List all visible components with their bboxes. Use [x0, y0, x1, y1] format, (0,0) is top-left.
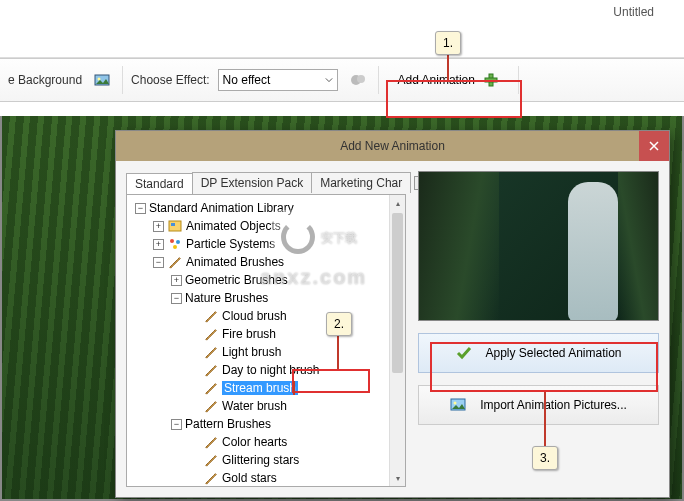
particles-icon	[167, 236, 183, 252]
collapse-icon[interactable]: −	[153, 257, 164, 268]
import-animation-pictures-button[interactable]: Import Animation Pictures...	[418, 385, 659, 425]
expand-icon[interactable]: +	[153, 239, 164, 250]
brush-icon	[203, 380, 219, 396]
toolbar-separator	[378, 66, 379, 94]
brush-icon	[203, 452, 219, 468]
tree-animated-brushes[interactable]: −Animated Brushes	[131, 253, 401, 271]
svg-point-3	[357, 75, 365, 83]
dialog-close-button[interactable]	[639, 131, 669, 161]
toolbar-separator	[518, 66, 519, 94]
close-icon	[649, 141, 659, 151]
collapse-icon[interactable]: −	[171, 293, 182, 304]
tree-particle-systems[interactable]: +Particle Systems	[131, 235, 401, 253]
tree-water-brush[interactable]: Water brush	[131, 397, 401, 415]
background-label: e Background	[8, 73, 82, 87]
toolbar-separator	[122, 66, 123, 94]
apply-button-label: Apply Selected Animation	[485, 346, 621, 360]
brush-icon	[203, 308, 219, 324]
tree-gold-stars[interactable]: Gold stars	[131, 469, 401, 487]
dialog-title: Add New Animation	[340, 139, 445, 153]
tree-root[interactable]: −Standard Animation Library	[131, 199, 401, 217]
svg-rect-7	[171, 223, 175, 226]
svg-point-10	[173, 245, 177, 249]
window-titlebar: Untitled	[0, 0, 684, 30]
tree-scrollbar[interactable]: ▴ ▾	[389, 195, 405, 486]
document-title: Untitled	[613, 5, 654, 19]
brush-icon	[167, 254, 183, 270]
tree-color-hearts[interactable]: Color hearts	[131, 433, 401, 451]
animation-preview	[418, 171, 659, 321]
tree-stream-brush[interactable]: Stream brush	[131, 379, 401, 397]
import-pictures-icon	[450, 396, 468, 414]
callout-number-2: 2.	[326, 312, 352, 336]
main-toolbar: e Background Choose Effect: No effect Ad…	[0, 58, 684, 102]
svg-point-8	[170, 239, 174, 243]
tree-light-brush[interactable]: Light brush	[131, 343, 401, 361]
animation-tree: −Standard Animation Library +Animated Ob…	[126, 195, 406, 487]
expand-icon[interactable]: +	[171, 275, 182, 286]
scroll-down-arrow[interactable]: ▾	[390, 470, 405, 486]
svg-point-9	[176, 240, 180, 244]
tree-cloud-brush[interactable]: Cloud brush	[131, 307, 401, 325]
svg-point-12	[454, 402, 457, 405]
add-new-animation-dialog: Add New Animation Standard DP Extension …	[115, 130, 670, 498]
callout-connector	[447, 54, 449, 80]
tree-pattern-brushes[interactable]: −Pattern Brushes	[131, 415, 401, 433]
effect-select[interactable]: No effect	[218, 69, 338, 91]
tree-nature-brushes[interactable]: −Nature Brushes	[131, 289, 401, 307]
callout-number-1: 1.	[435, 31, 461, 55]
add-animation-label: Add Animation	[398, 73, 475, 87]
dialog-titlebar[interactable]: Add New Animation	[116, 131, 669, 161]
effect-select-value: No effect	[223, 73, 271, 87]
brush-icon	[203, 362, 219, 378]
plus-icon	[483, 72, 499, 88]
gear-cloud-icon	[349, 71, 367, 89]
tree-glittering-stars[interactable]: Glittering stars	[131, 451, 401, 469]
callout-connector	[337, 335, 339, 369]
tab-dp-extension[interactable]: DP Extension Pack	[192, 172, 313, 193]
callout-number-3: 3.	[532, 446, 558, 470]
brush-icon	[203, 398, 219, 414]
background-icon-button[interactable]	[90, 68, 114, 92]
collapse-icon[interactable]: −	[135, 203, 146, 214]
scroll-up-arrow[interactable]: ▴	[390, 195, 405, 211]
picture-icon	[94, 72, 110, 88]
ribbon-spacer	[0, 30, 684, 58]
callout-connector	[544, 392, 546, 446]
tree-animated-objects[interactable]: +Animated Objects	[131, 217, 401, 235]
svg-rect-5	[485, 78, 497, 82]
chevron-down-icon	[325, 76, 333, 84]
collapse-icon[interactable]: −	[171, 419, 182, 430]
check-icon	[455, 344, 473, 362]
tab-standard[interactable]: Standard	[126, 173, 193, 194]
apply-selected-animation-button[interactable]: Apply Selected Animation	[418, 333, 659, 373]
animation-tabs: Standard DP Extension Pack Marketing Cha…	[126, 171, 406, 195]
brush-icon	[203, 326, 219, 342]
import-button-label: Import Animation Pictures...	[480, 398, 627, 412]
expand-icon[interactable]: +	[153, 221, 164, 232]
brush-icon	[203, 470, 219, 486]
callout-connector	[293, 381, 295, 395]
tree-geometric-brushes[interactable]: +Geometric Brushes	[131, 271, 401, 289]
tab-marketing[interactable]: Marketing Char	[311, 172, 411, 193]
brush-icon	[203, 344, 219, 360]
choose-effect-label: Choose Effect:	[131, 73, 210, 87]
tree-day-night-brush[interactable]: Day to night brush	[131, 361, 401, 379]
objects-icon	[167, 218, 183, 234]
brush-icon	[203, 434, 219, 450]
effect-settings-button[interactable]	[346, 68, 370, 92]
scrollbar-thumb[interactable]	[392, 213, 403, 373]
tree-fire-brush[interactable]: Fire brush	[131, 325, 401, 343]
